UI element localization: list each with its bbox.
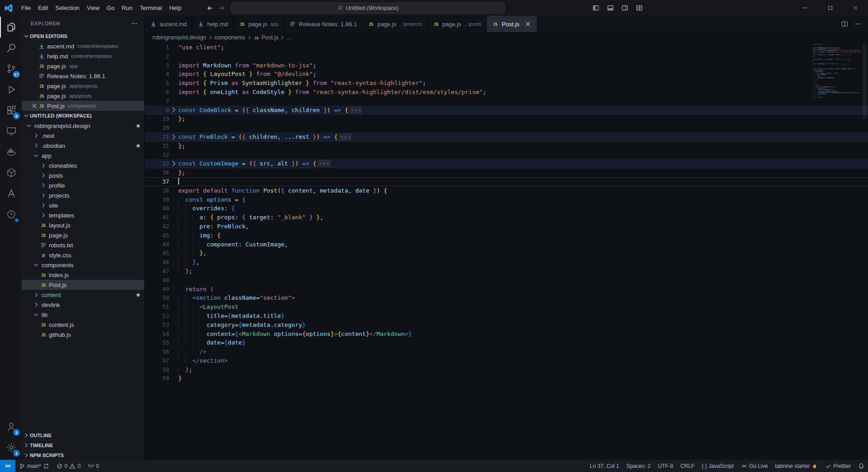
code-line-53[interactable]: 53 category={metadata.category} [145,321,868,330]
tree-item-content[interactable]: content [22,290,144,300]
menu-terminal[interactable]: Terminal [136,3,166,13]
tree-item-app[interactable]: app [22,151,144,160]
code-line-40[interactable]: 40 overrides: { [145,204,868,213]
breadcrumb-item-post-js[interactable]: JSPost.js [253,34,279,41]
menu-file[interactable]: File [18,3,34,13]
code-line-47[interactable]: 47 }; [145,267,868,276]
layout-sidebar-left-button[interactable] [589,2,602,14]
activity-run-debug[interactable] [0,79,22,100]
tab-post-js[interactable]: JSPost.js [487,16,537,32]
breadcrumb-item-[interactable]: … [286,34,292,41]
status-cursor-position[interactable]: Ln 37, Col 1 [586,460,623,472]
code-line-31[interactable]: 31}; [145,142,868,151]
maximize-button[interactable] [817,0,843,16]
split-editor-icon[interactable] [841,20,848,28]
code-editor[interactable]: 1"use client";23import Markdown from "ma… [145,43,868,460]
activity-settings[interactable]: 1 [0,437,22,458]
status-prettier[interactable]: Prettier [821,460,854,472]
activity-source-control[interactable]: 17 [0,58,22,79]
status-go-live[interactable]: Go Live [737,460,771,472]
code-line-5[interactable]: 5import { Prism as SyntaxHighlighter } f… [145,79,868,88]
section-npm-scripts[interactable]: NPM SCRIPTS [22,450,144,460]
more-icon[interactable] [854,20,862,28]
editor-scrollbar[interactable] [862,43,868,460]
tree-item-post-js[interactable]: JSPost.js [22,280,144,290]
tree-item-cloneables[interactable]: cloneables [22,160,144,170]
tree-item-posts[interactable]: posts [22,170,144,180]
status-encoding[interactable]: UTF-8 [654,460,677,472]
tree-item-next[interactable]: .next [22,131,144,141]
layout-grid-button[interactable] [633,2,645,14]
code-line-57[interactable]: 57 </section> [145,356,868,365]
open-editor-page-js[interactable]: JSpage.jsapp\projects [22,81,144,91]
code-line-50[interactable]: 50 <section className="section"> [145,293,868,302]
code-line-3[interactable]: 3import Markdown from "markdown-to-jsx"; [145,61,868,70]
status-git-branch[interactable]: main* [15,460,53,472]
tree-item-templates[interactable]: templates [22,210,144,220]
tree-item-page-js[interactable]: JSpage.js [22,230,144,240]
tree-item-projects[interactable]: projects [22,190,144,200]
workspace-section-header[interactable]: UNTITLED (WORKSPACE) [22,111,144,121]
code-line-2[interactable]: 2 [145,52,868,61]
fold-chevron-icon[interactable] [169,106,178,115]
tree-item-profile[interactable]: profile [22,180,144,190]
tree-item-style-css[interactable]: #style.css [22,250,144,260]
breadcrumb[interactable]: robingranqvist.designcomponentsJSPost.js… [145,32,868,43]
open-editor-page-js[interactable]: JSpage.jsapp [22,61,144,71]
activity-accounts[interactable]: 2 [0,416,22,437]
tree-item-layout-js[interactable]: JSlayout.js [22,220,144,230]
code-line-1[interactable]: 1"use client"; [145,43,868,52]
tree-item-lib[interactable]: lib [22,310,144,320]
section-timeline[interactable]: TIMELINE [22,440,144,450]
tree-item-content-js[interactable]: JScontent.js [22,320,144,330]
status-ports[interactable]: 0 [84,460,103,472]
tree-item-devlink[interactable]: devlink [22,300,144,310]
activity-extensions[interactable]: 6 [0,100,22,121]
tree-item-site[interactable]: site [22,200,144,210]
code-line-39[interactable]: 39 const options = { [145,195,868,204]
status-problems[interactable]: 00 [53,460,84,472]
tab-page-js-app[interactable]: JSpage.jsapp [233,16,284,32]
code-line-21[interactable]: 21const PreBlock = ({ children, ...rest … [145,132,868,142]
menu-selection[interactable]: Selection [52,3,83,13]
layout-sidebar-right-button[interactable] [618,2,631,14]
code-line-7[interactable]: 7 [145,97,868,106]
minimize-button[interactable] [792,0,817,16]
breadcrumb-item-robingranqvist-design[interactable]: robingranqvist.design [152,34,206,41]
menu-help[interactable]: Help [166,3,185,13]
code-line-46[interactable]: 46 }, [145,258,868,267]
fold-chevron-icon[interactable] [169,132,178,142]
code-line-41[interactable]: 41 a: { props: { target: "_blank" } }, [145,213,868,222]
tab-page-js-posts[interactable]: JSpage.js...\posts [427,16,487,32]
status-remote[interactable]: >< [0,460,15,472]
code-line-59[interactable]: 59} [145,374,868,383]
tree-item-robots-txt[interactable]: robots.txt [22,240,144,250]
tree-item-robingranqvist-design[interactable]: robingranqvist.design [22,121,144,131]
code-line-51[interactable]: 51 <LayoutPost [145,302,868,312]
activity-docker[interactable] [0,142,22,162]
open-editor-post-js[interactable]: JSPost.jscomponents [22,101,144,111]
tab-ascent-md[interactable]: ascent.md [145,16,192,32]
code-line-44[interactable]: 44 component: CustomImage, [145,240,868,249]
code-line-58[interactable]: 58 ); [145,365,868,374]
code-line-32[interactable]: 32 [145,151,868,160]
open-editors-section-header[interactable]: OPEN EDITORS [22,31,144,41]
status-indentation[interactable]: Spaces: 2 [623,460,654,472]
status-notifications[interactable] [854,460,868,472]
code-line-19[interactable]: 19}; [145,114,868,123]
activity-remote-explorer[interactable] [0,121,22,142]
code-line-54[interactable]: 54 content={<Markdown options={options}>… [145,330,868,339]
layout-panel-button[interactable] [604,2,617,14]
activity-letter-a[interactable] [0,183,22,204]
status-language-mode[interactable]: { } JavaScript [698,460,738,472]
open-editor-page-js[interactable]: JSpage.jsapp\posts [22,91,144,101]
code-line-45[interactable]: 45 }, [145,249,868,258]
code-line-43[interactable]: 43 img: { [145,231,868,240]
tab-release-notes-1-86-1[interactable]: Release Notes: 1.86.1 [284,16,363,32]
tree-item-components[interactable]: components [22,260,144,270]
code-line-4[interactable]: 4import { LayoutPost } from "@/devlink"; [145,70,868,79]
menu-run[interactable]: Run [118,3,136,13]
arrow-left-button[interactable] [204,3,215,14]
status-tabnine[interactable]: tabnine starter [772,460,822,472]
breadcrumb-item-components[interactable]: components [214,34,245,41]
